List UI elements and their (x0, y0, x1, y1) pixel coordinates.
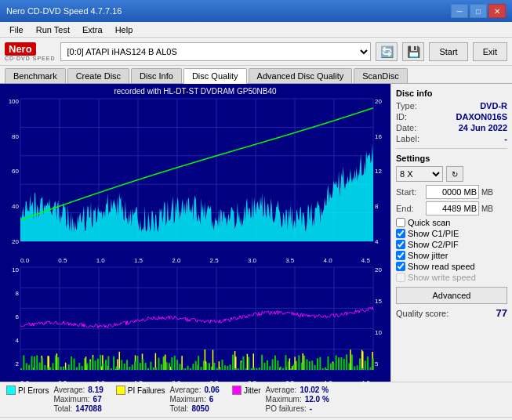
pi-errors-color-box (6, 386, 16, 395)
label-label: Label: (396, 134, 419, 143)
id-label: ID: (396, 112, 407, 121)
jitter-details: Average: 10.02 % Maximum: 12.0 % PO fail… (266, 386, 329, 414)
quick-scan-row: Quick scan (396, 218, 507, 227)
show-write-speed-row: Show write speed (396, 273, 507, 282)
exit-button[interactable]: Exit (473, 42, 507, 61)
bot-y-left-1: 8 (3, 290, 20, 297)
disc-info-title: Disc info (396, 89, 507, 98)
show-jitter-label: Show jitter (408, 251, 448, 260)
date-row: Date: 24 Jun 2022 (396, 123, 507, 132)
jitter-group: Jitter Average: 10.02 % Maximum: 12.0 % … (232, 386, 329, 414)
nero-brand: Nero (5, 42, 36, 56)
refresh-icon-button[interactable]: 🔄 (376, 42, 398, 61)
pi-errors-max-row: Maximum: 67 (53, 395, 103, 404)
pi-failures-details: Average: 0.06 Maximum: 6 Total: 8050 (170, 386, 220, 414)
show-jitter-checkbox[interactable] (396, 251, 405, 260)
tab-advanced-disc-quality[interactable]: Advanced Disc Quality (249, 68, 353, 83)
main-content: recorded with HL-DT-ST DVDRAM GP50NB40 1… (0, 84, 512, 382)
tab-create-disc[interactable]: Create Disc (67, 68, 129, 83)
top-y-right-3: 8 (373, 203, 387, 210)
bottom-chart-canvas (3, 266, 387, 381)
bot-y-right-1: 15 (373, 298, 387, 305)
tab-disc-quality[interactable]: Disc Quality (183, 68, 247, 84)
top-y-right-2: 12 (373, 168, 387, 175)
pi-errors-total-row: Total: 147088 (53, 404, 103, 413)
pi-failures-group: PI Failures Average: 0.06 Maximum: 6 Tot… (116, 386, 220, 414)
pi-errors-avg-row: Average: 8.19 (53, 386, 103, 394)
speed-refresh-button[interactable]: ↻ (446, 166, 463, 182)
jitter-po-row: PO failures: - (266, 404, 329, 413)
pi-failures-avg-label: Average: (170, 386, 202, 394)
pi-failures-label: PI Failures (128, 386, 165, 395)
bot-y-right-2: 10 (373, 329, 387, 336)
pi-errors-legend: PI Errors (6, 386, 49, 395)
bot-y-right-3: 5 (373, 360, 387, 368)
jitter-max-row: Maximum: 12.0 % (266, 395, 329, 404)
top-y-right-4: 4 (373, 238, 387, 245)
speed-row: 8 X ↻ (396, 166, 507, 182)
jitter-legend-label: Jitter (232, 386, 261, 395)
minimize-button[interactable]: ─ (451, 4, 468, 18)
top-chart-canvas (3, 97, 387, 252)
start-mb-label: Start: (396, 187, 423, 197)
quality-score-row: Quality score: 77 (396, 307, 507, 319)
date-label: Date: (396, 123, 416, 132)
show-c1-checkbox[interactable] (396, 229, 405, 238)
top-y-right-1: 16 (373, 133, 387, 140)
pi-errors-avg-value: 8.19 (88, 386, 103, 394)
id-value: DAXON016S (456, 112, 507, 121)
bot-y-left-4: 2 (3, 360, 20, 368)
progress-area: Progress: 100 % Position: 4488 MB Speed:… (0, 417, 512, 420)
show-c2-row: Show C2/PIF (396, 240, 507, 249)
titlebar-controls: ─ □ ✕ (451, 4, 506, 18)
top-y-left-3: 40 (3, 203, 20, 210)
quick-scan-label: Quick scan (408, 218, 450, 227)
bot-y-left-0: 10 (3, 266, 20, 273)
stats-bar: PI Errors Average: 8.19 Maximum: 67 Tota… (0, 382, 512, 417)
drive-select[interactable]: [0:0] ATAPI iHAS124 B AL0S (60, 42, 372, 61)
end-input[interactable] (426, 201, 479, 215)
tab-disc-info[interactable]: Disc Info (131, 68, 182, 83)
pi-errors-max-label: Maximum: (53, 395, 89, 404)
pi-failures-max-value: 6 (209, 395, 214, 404)
speed-select[interactable]: 8 X (396, 166, 443, 182)
pi-failures-color-box (116, 386, 125, 395)
top-y-left-2: 60 (3, 168, 20, 175)
start-button[interactable]: Start (429, 42, 467, 61)
top-y-right-0: 20 (373, 98, 387, 105)
maximize-button[interactable]: □ (470, 4, 487, 18)
pi-failures-legend-label: PI Failures (116, 386, 165, 395)
pi-errors-avg-label: Average: (53, 386, 85, 394)
save-icon-button[interactable]: 💾 (402, 42, 424, 61)
top-y-left-4: 20 (3, 238, 20, 245)
pi-errors-max-value: 67 (93, 395, 102, 404)
show-c2-checkbox[interactable] (396, 240, 405, 249)
menu-run-test[interactable]: Run Test (30, 24, 76, 36)
start-input[interactable] (426, 185, 479, 199)
tab-benchmark[interactable]: Benchmark (5, 68, 66, 83)
side-panel: Disc info Type: DVD-R ID: DAXON016S Date… (390, 84, 512, 382)
toolbar: Nero CD·DVD SPEED [0:0] ATAPI iHAS124 B … (0, 38, 512, 66)
chart-area: recorded with HL-DT-ST DVDRAM GP50NB40 1… (0, 84, 390, 382)
quick-scan-checkbox[interactable] (396, 218, 405, 227)
show-jitter-row: Show jitter (396, 251, 507, 260)
show-write-speed-checkbox[interactable] (396, 273, 405, 282)
label-row: Label: - (396, 134, 507, 143)
start-mb-unit: MB (481, 188, 493, 197)
pi-failures-total-value: 8050 (191, 404, 209, 413)
label-value: - (504, 134, 507, 143)
menu-extra[interactable]: Extra (76, 24, 109, 36)
tab-scandisc[interactable]: ScanDisc (354, 68, 407, 83)
menu-file[interactable]: File (3, 24, 30, 36)
advanced-button[interactable]: Advanced (396, 287, 507, 304)
menu-help[interactable]: Help (109, 24, 140, 36)
show-c1-row: Show C1/PIE (396, 229, 507, 238)
show-read-speed-checkbox[interactable] (396, 262, 405, 271)
pi-errors-group: PI Errors Average: 8.19 Maximum: 67 Tota… (6, 386, 103, 414)
pi-errors-total-value: 147088 (75, 404, 101, 413)
top-y-left-1: 80 (3, 133, 20, 140)
show-read-speed-label: Show read speed (408, 262, 475, 271)
tabs: Benchmark Create Disc Disc Info Disc Qua… (0, 66, 512, 84)
titlebar: Nero CD-DVD Speed 4.7.7.16 ─ □ ✕ (0, 0, 512, 22)
close-button[interactable]: ✕ (488, 4, 506, 18)
